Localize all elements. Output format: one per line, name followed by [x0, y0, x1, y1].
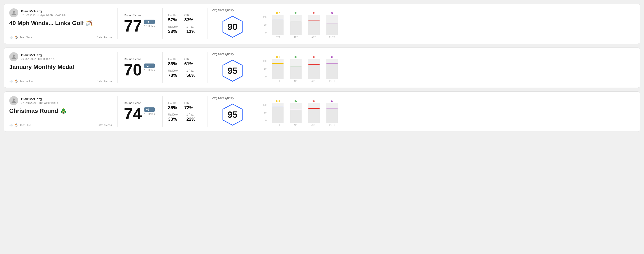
bar-x-label: APP [294, 80, 298, 82]
bar-group-ott: 107 OTT [271, 12, 285, 38]
bar-group-app: 95 APP [289, 12, 303, 38]
score-badge-col: +5 18 Holes [144, 18, 155, 28]
user-meta: 29 Jan 2022 · Mill Ride GCC [21, 57, 55, 61]
bar-line [326, 64, 338, 64]
bag-icon: 🏌️ [14, 80, 18, 83]
bar-track [326, 103, 338, 123]
bar-value-ott: 110 [276, 100, 280, 102]
tee-label: Tee: Black [20, 36, 32, 39]
card-footer: ☁️ 🏌️ Tee: Black Data: Arccos [9, 36, 112, 39]
score-badge: -2 [144, 64, 155, 68]
score-number: 70 [124, 62, 142, 78]
card-quality: Avg Shot Quality 90 [208, 8, 257, 39]
chart-y-axis: 100 50 0 [263, 60, 266, 82]
tee-info: ☁️ 🏌️ Tee: Blue [9, 124, 31, 127]
chart-bars: 107 OTT 95 APP 98 ARG 82 [271, 9, 339, 38]
bar-x-label: ARG [312, 80, 316, 82]
oneputt-label: 1 Putt [186, 113, 195, 116]
updown-value: 33% [168, 29, 179, 34]
stats-row-top: FW Hit 86% GIR 61% [168, 58, 202, 66]
score-main: 74 +2 18 Holes [124, 106, 156, 122]
updown-label: Up/Down [168, 69, 179, 72]
bar-x-label: PUTT [329, 36, 335, 38]
quality-label: Avg Shot Quality [212, 8, 234, 12]
tee-label: Tee: Blue [20, 124, 31, 127]
bar-x-label: OTT [276, 80, 280, 82]
score-label: Round Score [124, 13, 156, 17]
bar-track [290, 59, 302, 79]
stats-row-top: FW Hit 57% GIR 83% [168, 14, 202, 22]
stat-fw-hit: FW Hit 86% [168, 58, 177, 66]
bar-value-arg: 95 [313, 100, 315, 102]
stat-fw-hit: FW Hit 36% [168, 102, 177, 110]
gir-value: 61% [184, 61, 193, 66]
card-footer: ☁️ 🏌️ Tee: Yellow Data: Arccos [9, 80, 112, 83]
bar-line [272, 106, 284, 106]
bar-group-ott: 110 OTT [271, 100, 285, 126]
avatar [9, 52, 18, 61]
bar-track [272, 103, 284, 123]
gir-value: 72% [184, 105, 193, 110]
card-quality: Avg Shot Quality 95 [208, 96, 257, 127]
bar-value-app: 95 [294, 12, 297, 14]
bar-x-label: APP [294, 36, 298, 38]
bar-line [308, 64, 320, 65]
user-row: Blair McHarg 12 Feb 2022 · Royal North D… [9, 8, 112, 17]
updown-value: 33% [168, 117, 179, 122]
card-footer: ☁️ 🏌️ Tee: Blue Data: Arccos [9, 124, 112, 127]
score-badge-col: -2 18 Holes [144, 62, 155, 72]
bar-fill-bg [290, 110, 302, 123]
bar-track [326, 59, 338, 79]
card-left: Blair McHarg 29 Jan 2022 · Mill Ride GCC… [9, 52, 118, 83]
stat-fw-hit: FW Hit 57% [168, 14, 177, 22]
chart-bars: 110 OTT 87 APP 95 ARG 93 [271, 97, 339, 126]
stats-row-bottom: Up/Down 33% 1 Putt 22% [168, 113, 202, 122]
card-left: Blair McHarg 12 Feb 2022 · Royal North D… [9, 8, 118, 39]
stats-row-bottom: Up/Down 33% 1 Putt 11% [168, 25, 202, 34]
user-row: Blair McHarg 27 Dec 2021 · The Oxfordshi… [9, 96, 112, 105]
bar-value-putt: 82 [331, 12, 334, 14]
gir-label: GIR [184, 58, 193, 61]
y-label-50: 50 [264, 24, 266, 26]
chart-bars: 101 OTT 86 APP 96 ARG 99 [271, 53, 339, 82]
tee-info: ☁️ 🏌️ Tee: Yellow [9, 80, 33, 83]
bar-track [272, 15, 284, 35]
hexagon-wrapper: 90 [220, 14, 245, 39]
updown-label: Up/Down [168, 113, 179, 116]
bar-track [290, 103, 302, 123]
bar-fill-bg [308, 20, 320, 35]
bar-x-label: OTT [276, 124, 280, 126]
gir-label: GIR [184, 14, 193, 17]
bar-value-putt: 93 [331, 100, 334, 102]
user-name: Blair McHarg [21, 97, 58, 101]
bar-line [290, 21, 302, 21]
user-name: Blair McHarg [21, 9, 66, 13]
bar-line [326, 109, 338, 109]
bar-x-label: PUTT [329, 124, 335, 126]
tee-label: Tee: Yellow [20, 80, 33, 83]
bar-fill-bg [272, 64, 284, 79]
user-name: Blair McHarg [21, 53, 55, 57]
card-chart: 100 50 0 101 OTT 86 APP 96 [257, 52, 635, 83]
avatar [9, 8, 18, 17]
bar-line [272, 63, 284, 64]
bar-track [308, 59, 320, 79]
bar-line [308, 20, 320, 20]
chart-y-axis: 100 50 0 [263, 104, 266, 126]
stat-oneputt: 1 Putt 56% [186, 69, 195, 78]
bar-group-putt: 93 PUTT [325, 100, 339, 126]
round-title: Christmas Round 🎄 [9, 107, 112, 114]
bar-line [290, 110, 302, 110]
score-badge: +2 [144, 107, 155, 112]
bar-line [290, 66, 302, 66]
gir-value: 83% [184, 17, 193, 22]
stat-oneputt: 1 Putt 22% [186, 113, 195, 122]
bar-line [326, 23, 338, 23]
data-source: Data: Arccos [96, 124, 112, 127]
card-score: Round Score 70 -2 18 Holes [118, 52, 163, 83]
bar-track [326, 15, 338, 35]
user-icon [11, 54, 16, 59]
bar-value-arg: 96 [313, 56, 315, 58]
user-row: Blair McHarg 29 Jan 2022 · Mill Ride GCC [9, 52, 112, 61]
round-card: Blair McHarg 29 Jan 2022 · Mill Ride GCC… [4, 47, 640, 88]
